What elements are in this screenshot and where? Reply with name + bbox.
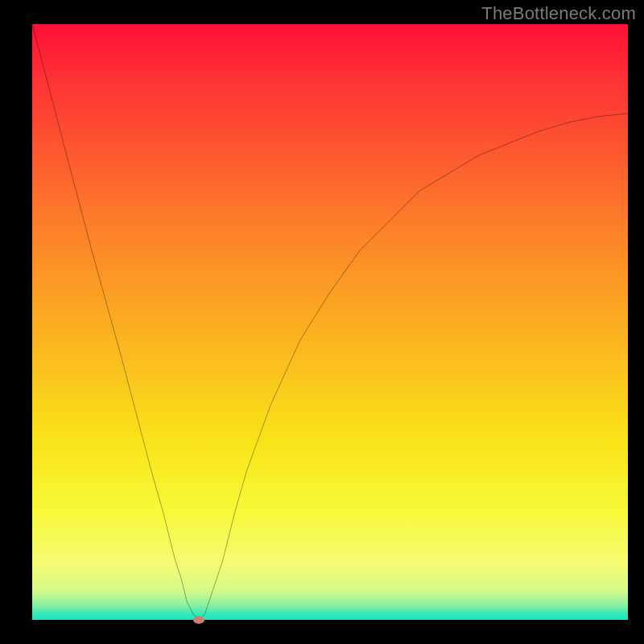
curve-path [32,24,628,620]
optimum-marker [193,616,204,624]
plot-area [32,24,628,620]
chart-frame: TheBottleneck.com [0,0,644,644]
watermark-text: TheBottleneck.com [481,3,636,24]
bottleneck-curve [32,24,628,620]
